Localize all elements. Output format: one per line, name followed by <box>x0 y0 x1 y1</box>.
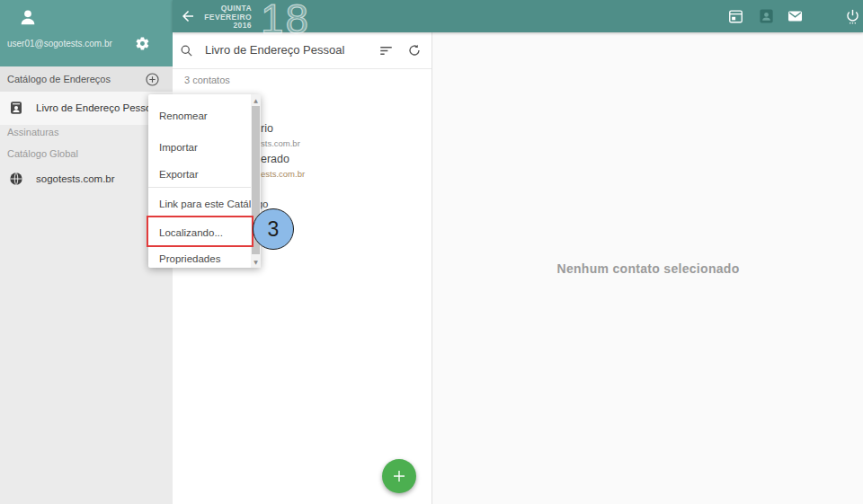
menu-item-properties[interactable]: Propriedades <box>148 250 260 268</box>
globe-icon <box>9 172 23 186</box>
search-icon[interactable] <box>180 44 193 57</box>
empty-selection-message: Nenhum contato selecionado <box>556 261 739 276</box>
refresh-icon[interactable] <box>407 43 422 57</box>
sidebar-user-header: user01@sogotests.com.br <box>0 0 173 66</box>
sidebar-item-personal-address-book[interactable]: Livro de Endereço Pessoal <box>0 92 173 125</box>
header-day-number: 18 <box>261 0 310 43</box>
address-book-section-header: Catálogo de Endereços <box>0 66 173 92</box>
header-date: QUINTA FEVEREIRO 2016 <box>189 4 252 31</box>
sidebar-item-label: Livro de Endereço Pessoal <box>36 92 159 125</box>
sidebar-item-global-sogotests[interactable]: sogotests.com.br <box>0 166 173 191</box>
menu-item-rename[interactable]: Renomear <box>148 107 260 125</box>
scroll-up-icon[interactable]: ▲ <box>251 97 261 103</box>
contact-email-fragment: sts.com.br <box>261 138 300 148</box>
menu-divider <box>148 187 251 188</box>
contact-name-fragment: rio <box>261 122 273 135</box>
scroll-down-icon[interactable]: ▼ <box>251 259 261 265</box>
contacts-icon[interactable] <box>758 7 775 25</box>
menu-item-import[interactable]: Importar <box>148 138 260 156</box>
app-header: QUINTA FEVEREIRO 2016 18 <box>173 0 863 32</box>
annotation-highlight-box <box>147 216 254 247</box>
annotation-step-badge: 3 <box>253 208 294 250</box>
sogo-addressbook-screen: user01@sogotests.com.br Catálogo de Ende… <box>0 0 863 504</box>
contact-name-fragment: erado <box>261 153 289 165</box>
settings-gear-icon[interactable] <box>135 36 150 51</box>
menu-item-link-to-catalog[interactable]: Link para este Catálogo <box>148 195 260 213</box>
menu-item-export[interactable]: Exportar <box>148 165 260 183</box>
mail-icon[interactable] <box>787 7 804 25</box>
contact-count-label: 3 contatos <box>184 69 230 91</box>
add-addressbook-icon[interactable] <box>145 72 160 87</box>
contact-email-fragment: ests.com.br <box>261 169 305 179</box>
new-contact-fab[interactable] <box>382 459 416 493</box>
sidebar-section-global-catalog: Catálogo Global <box>7 148 78 159</box>
sort-icon[interactable] <box>379 45 393 57</box>
address-book-section-label: Catálogo de Endereços <box>7 66 111 92</box>
user-email: user01@sogotests.com.br <box>7 39 112 49</box>
power-icon[interactable] <box>844 7 861 25</box>
header-year: 2016 <box>189 22 252 31</box>
sidebar-section-subscriptions: Assinaturas <box>7 127 58 137</box>
contact-row-email: sts.com.br <box>261 134 300 150</box>
plus-icon <box>391 468 407 484</box>
calendar-icon[interactable] <box>727 7 744 25</box>
address-book-icon <box>9 101 23 115</box>
sidebar: user01@sogotests.com.br Catálogo de Ende… <box>0 0 173 504</box>
contact-row-email: ests.com.br <box>261 164 305 181</box>
sidebar-item-label: sogotests.com.br <box>36 166 115 191</box>
contact-detail-panel: Nenhum contato selecionado <box>432 32 863 504</box>
user-avatar-icon[interactable] <box>18 7 38 27</box>
